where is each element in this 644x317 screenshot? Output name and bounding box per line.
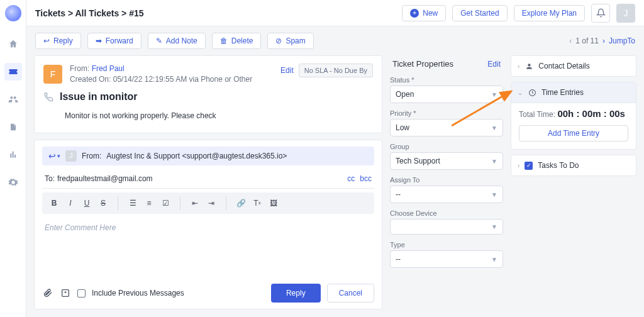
total-time-value: 00h : 00m : 00s	[557, 108, 625, 119]
add-note-button[interactable]: ✎Add Note	[148, 33, 206, 49]
pager-text: 1 of 11	[575, 36, 599, 45]
ticket-toolbar: ↩Reply ➡Forward ✎Add Note 🗑Delete ⊘Spam …	[26, 26, 644, 55]
app-logo[interactable]	[5, 5, 21, 21]
ticket-description: Monitor is not working properly. Please …	[65, 111, 373, 120]
new-button-label: New	[423, 9, 438, 18]
user-avatar[interactable]: J	[616, 4, 635, 23]
contact-details-accordion[interactable]: ›Contact Details	[511, 55, 636, 77]
canned-response-icon[interactable]	[60, 288, 71, 298]
send-reply-button[interactable]: Reply	[271, 284, 321, 303]
ticket-meta: From: Fred Paul Created On: 05/14/22 12:…	[70, 64, 252, 85]
spam-icon: ⊘	[275, 36, 282, 45]
editor-body[interactable]: Enter Comment Here	[42, 218, 374, 279]
time-entries-accordion: ⌄Time Entries Total Time: 00h : 00m : 00…	[511, 82, 636, 150]
plus-icon: +	[410, 9, 419, 18]
bold-icon[interactable]: B	[47, 196, 61, 210]
cc-link[interactable]: cc	[347, 174, 355, 183]
outdent-icon[interactable]: ⇤	[188, 196, 202, 210]
reply-composer: ↩ ▾ J From: Augtest Inc & Support <suppo…	[34, 140, 382, 309]
breadcrumb: Tickets > All Tickets > #15	[35, 8, 144, 18]
group-select[interactable]: Tech Support▼	[390, 152, 503, 170]
sla-badge: No SLA - No Due By	[299, 64, 373, 77]
get-started-button[interactable]: Get Started	[452, 5, 507, 21]
add-time-entry-button[interactable]: Add Time Entry	[519, 125, 628, 142]
assign-select[interactable]: --▼	[390, 186, 503, 203]
include-prev-checkbox[interactable]	[77, 289, 86, 298]
chevron-down-icon: ▼	[491, 125, 497, 131]
agent-avatar: J	[65, 150, 77, 162]
edit-ticket-link[interactable]: Edit	[280, 66, 294, 75]
new-button[interactable]: +New	[402, 5, 446, 21]
tasks-accordion[interactable]: ›✓Tasks To Do	[511, 155, 636, 176]
prev-ticket-icon[interactable]: ‹	[569, 36, 572, 45]
pager: ‹ 1 of 11 › JumpTo	[569, 36, 635, 45]
rail-tickets-icon[interactable]	[4, 63, 22, 81]
chevron-down-icon: ▼	[491, 191, 497, 198]
jump-to-link[interactable]: JumpTo	[609, 36, 635, 45]
explore-plan-button[interactable]: Explore My Plan	[514, 5, 585, 21]
rail-knowledge-icon[interactable]	[4, 118, 22, 136]
checklist-icon[interactable]: ☑	[158, 196, 172, 210]
ticket-card: F From: Fred Paul Created On: 05/14/22 1…	[34, 55, 382, 133]
spam-button[interactable]: ⊘Spam	[267, 33, 313, 49]
rail-home-icon[interactable]	[4, 35, 22, 53]
svg-rect-0	[62, 290, 69, 297]
chevron-down-icon: ▼	[491, 223, 497, 230]
ticket-title: Issue in monitor	[60, 91, 138, 103]
italic-icon[interactable]: I	[64, 196, 77, 210]
type-select[interactable]: --▼	[390, 250, 503, 268]
editor-toolbar: B I U S ☰ ≡ ☑ ⇤	[42, 192, 374, 214]
edit-properties-link[interactable]: Edit	[487, 60, 501, 69]
link-icon[interactable]: 🔗	[234, 196, 248, 210]
notifications-icon[interactable]	[591, 4, 610, 23]
phone-icon	[43, 92, 53, 102]
underline-icon[interactable]: U	[80, 196, 94, 210]
person-icon	[525, 62, 533, 70]
nav-rail	[0, 0, 26, 317]
chevron-right-icon: ›	[518, 162, 519, 169]
chevron-right-icon: ›	[518, 63, 519, 70]
chevron-down-icon: ⌄	[518, 89, 523, 96]
image-icon[interactable]: 🖼	[267, 196, 280, 210]
forward-button[interactable]: ➡Forward	[87, 33, 142, 49]
reply-mode-icon[interactable]: ↩ ▾	[48, 151, 60, 161]
text-format-icon[interactable]: Tx	[250, 196, 264, 210]
reply-button[interactable]: ↩Reply	[35, 33, 81, 49]
rail-reports-icon[interactable]	[4, 146, 22, 164]
include-prev-label: Include Previous Messages	[92, 289, 184, 298]
priority-select[interactable]: Low▼	[390, 119, 503, 136]
strike-icon[interactable]: S	[96, 196, 110, 210]
attachment-icon[interactable]	[42, 288, 53, 298]
ol-icon[interactable]: ≡	[142, 196, 156, 210]
properties-title: Ticket Properties	[392, 59, 453, 69]
contact-name-link[interactable]: Fred Paul	[92, 64, 125, 73]
created-on: Created On: 05/14/22 12:19:55 AM via Pho…	[70, 74, 252, 85]
clock-icon	[528, 89, 536, 97]
contact-avatar: F	[43, 65, 62, 84]
delete-button[interactable]: 🗑Delete	[212, 33, 262, 49]
cancel-button[interactable]: Cancel	[327, 284, 374, 303]
forward-icon: ➡	[96, 36, 102, 45]
header: Tickets > All Tickets > #15 +New Get Sta…	[26, 0, 644, 26]
reply-icon: ↩	[43, 36, 50, 45]
rail-contacts-icon[interactable]	[4, 91, 22, 108]
editor-placeholder: Enter Comment Here	[45, 223, 116, 232]
to-field[interactable]: fredpaultestmail@gmail.com	[57, 174, 153, 183]
composer-from: Augtest Inc & Support <support@augtest.d…	[106, 152, 287, 160]
ticket-properties-panel: Ticket Properties Edit Status *Open▼ Pri…	[390, 55, 503, 309]
trash-icon: 🗑	[220, 36, 228, 45]
chevron-down-icon: ▼	[491, 158, 497, 165]
bcc-link[interactable]: bcc	[360, 174, 372, 183]
indent-icon[interactable]: ⇥	[204, 196, 218, 210]
status-select[interactable]: Open▼	[390, 86, 503, 103]
rail-settings-icon[interactable]	[4, 174, 22, 191]
chevron-down-icon: ▼	[491, 91, 497, 98]
chevron-down-icon: ▼	[491, 256, 497, 263]
device-select[interactable]: ▼	[390, 219, 503, 235]
note-icon: ✎	[156, 36, 162, 45]
next-ticket-icon[interactable]: ›	[602, 36, 605, 45]
ul-icon[interactable]: ☰	[126, 196, 140, 210]
task-check-icon: ✓	[525, 162, 533, 170]
